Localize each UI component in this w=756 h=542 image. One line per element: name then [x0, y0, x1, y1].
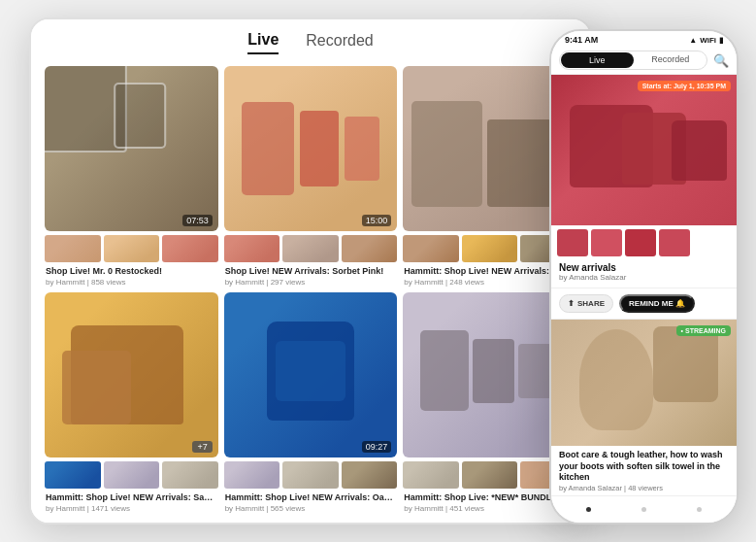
- sub-thumb-5b: [282, 461, 339, 489]
- phone-tab-live[interactable]: Live: [561, 52, 634, 68]
- wifi-icon: WiFi: [700, 36, 716, 45]
- phone-card-upcoming[interactable]: Starts at: July 1, 10:35 PM New arrivals…: [551, 75, 737, 320]
- cell-info-5: Hammitt: Shop Live! NEW Arrivals: Oasis …: [224, 492, 398, 513]
- card1-info: New arrivals by Amanda Salazar: [551, 260, 737, 288]
- card2-info: Boot care & tough leather, how to wash y…: [551, 446, 737, 495]
- share-icon: ⬆: [568, 299, 575, 308]
- sub-thumb-5a: [224, 461, 280, 489]
- sub-thumb-4b: [104, 461, 160, 489]
- sub-thumb-2c: [342, 235, 398, 262]
- card1-sub-thumbs: [551, 225, 737, 260]
- card1-title: New arrivals: [559, 262, 729, 273]
- thumb-2: 15:00: [224, 66, 398, 231]
- tab-recorded[interactable]: Recorded: [306, 32, 373, 53]
- sub-thumb-3a: [403, 235, 459, 262]
- streaming-badge: • STREAMING: [676, 325, 731, 336]
- cell-title-2: Shop Live! NEW Arrivals: Sorbet Pink!: [225, 266, 397, 278]
- sub-thumb-6b: [462, 461, 518, 489]
- sub-thumb-2a: [224, 235, 280, 262]
- cell-meta-5: by Hammitt | 565 views: [225, 504, 397, 513]
- card1-image: Starts at: July 1, 10:35 PM: [551, 75, 737, 225]
- tablet-tabs: Live Recorded: [45, 31, 576, 54]
- nav-dot-1: [586, 507, 591, 512]
- duration-2: 15:00: [362, 215, 392, 226]
- cell-info-1: Shop Live! Mr. 0 Restocked! by Hammitt |…: [45, 266, 218, 287]
- sub-thumb-1c: [162, 235, 218, 262]
- status-icons: ▲ WiFi ▮: [689, 36, 723, 45]
- cell-meta-6: by Hammitt | 451 views: [404, 504, 575, 513]
- card1-sub-1: [557, 229, 588, 256]
- grid-cell-5[interactable]: 09:27 Hammitt: Shop Live! NEW Arrivals: …: [224, 292, 398, 513]
- tablet: Live Recorded 07:53: [29, 17, 592, 525]
- signal-icon: ▲: [689, 36, 697, 45]
- leather-bg: [551, 320, 737, 446]
- share-button[interactable]: ⬆ SHARE: [559, 294, 613, 313]
- sub-thumb-4a: [45, 461, 101, 489]
- card2-image: • STREAMING: [551, 320, 737, 446]
- thumb-4: +7: [45, 292, 218, 457]
- sub-thumb-2b: [282, 235, 339, 262]
- card1-author: by Amanda Salazar: [559, 273, 729, 282]
- duration-1: 07:53: [182, 215, 213, 226]
- grid-cell-4[interactable]: +7 Hammitt: Shop Live! NEW Arrivals: Sad…: [45, 292, 218, 513]
- card1-sub-4: [659, 229, 690, 256]
- sub-thumb-1a: [45, 235, 101, 262]
- plus-badge-4: +7: [192, 441, 212, 453]
- red-bags-bg: [551, 75, 737, 225]
- thumb-5: 09:27: [224, 292, 398, 457]
- sub-thumb-6a: [403, 461, 459, 489]
- battery-icon: ▮: [719, 36, 723, 45]
- grid-cell-2[interactable]: 15:00 Shop Live! NEW Arrivals: Sorbet Pi…: [224, 66, 398, 287]
- phone: 9:41 AM ▲ WiFi ▮ Live Recorded 🔍: [549, 29, 739, 525]
- cell-meta-1: by Hammitt | 858 views: [46, 278, 217, 287]
- cell-meta-4: by Hammitt | 1471 views: [46, 504, 217, 513]
- nav-dot-2: [641, 507, 646, 512]
- phone-tab-recorded[interactable]: Recorded: [635, 51, 707, 69]
- sub-thumbs-5: [224, 461, 398, 489]
- sub-thumbs-2: [224, 235, 398, 262]
- cell-info-2: Shop Live! NEW Arrivals: Sorbet Pink! by…: [224, 266, 398, 287]
- phone-content: Starts at: July 1, 10:35 PM New arrivals…: [551, 75, 737, 495]
- card2-title: Boot care & tough leather, how to wash y…: [559, 450, 729, 484]
- nav-dot-3: [697, 507, 702, 512]
- cell-meta-2: by Hammitt | 297 views: [225, 278, 397, 287]
- sub-thumb-1b: [104, 235, 160, 262]
- card1-sub-3: [625, 229, 656, 256]
- sub-thumbs-4: [45, 461, 218, 489]
- phone-card-streaming[interactable]: • STREAMING Boot care & tough leather, h…: [551, 320, 737, 495]
- phone-header: Live Recorded 🔍: [551, 47, 737, 75]
- phone-status-bar: 9:41 AM ▲ WiFi ▮: [551, 31, 737, 47]
- scene: Live Recorded 07:53: [0, 0, 756, 542]
- phone-tabs: Live Recorded: [559, 51, 707, 70]
- cell-title-1: Shop Live! Mr. 0 Restocked!: [46, 266, 217, 278]
- remind-button[interactable]: REMIND ME 🔔: [619, 294, 695, 313]
- sub-thumb-3b: [462, 235, 518, 262]
- thumb-1: 07:53: [45, 66, 218, 231]
- sub-thumbs-1: [45, 235, 218, 262]
- sub-thumb-5c: [342, 461, 398, 489]
- card1-sub-2: [591, 229, 622, 256]
- search-icon[interactable]: 🔍: [713, 53, 729, 68]
- cell-info-4: Hammitt: Shop Live! NEW Arrivals: Saddle…: [45, 492, 218, 513]
- card1-actions: ⬆ SHARE REMIND ME 🔔: [551, 288, 737, 320]
- card2-author: by Amanda Salazar | 48 viewers: [559, 484, 729, 492]
- phone-bottom-nav: [551, 495, 737, 523]
- status-time: 9:41 AM: [565, 35, 598, 45]
- tab-live[interactable]: Live: [247, 31, 279, 54]
- cell-title-5: Hammitt: Shop Live! NEW Arrivals: Oasis …: [225, 492, 397, 504]
- duration-5: 09:27: [362, 441, 392, 453]
- cell-title-4: Hammitt: Shop Live! NEW Arrivals: Saddle…: [46, 492, 217, 504]
- grid-cell-1[interactable]: 07:53 Shop Live! Mr. 0 Restocked! by Ham…: [45, 66, 218, 287]
- tablet-grid: 07:53 Shop Live! Mr. 0 Restocked! by Ham…: [45, 66, 576, 513]
- upcoming-badge: Starts at: July 1, 10:35 PM: [638, 81, 731, 91]
- sub-thumb-4c: [162, 461, 218, 489]
